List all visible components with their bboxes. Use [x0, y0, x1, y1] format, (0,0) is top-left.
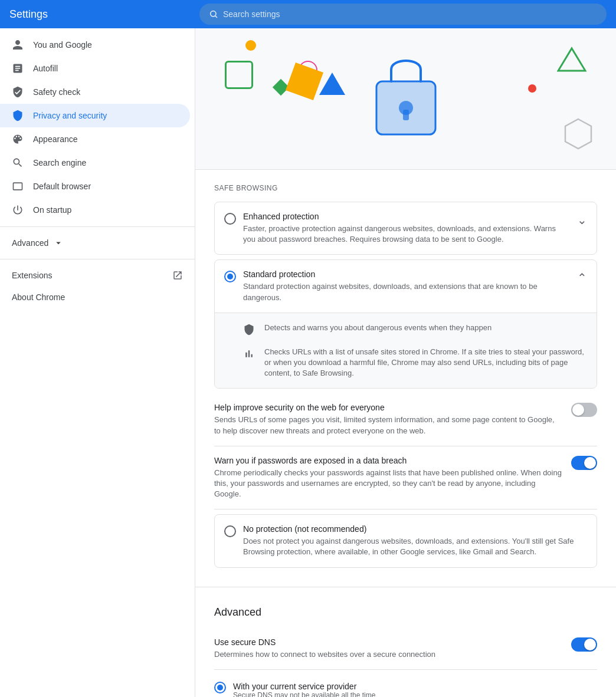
enhanced-option-desc: Faster, proactive protection against dan… [243, 223, 570, 245]
standard-protection-option: Standard protection Standard protection … [214, 259, 597, 389]
sidebar-item-autofill[interactable]: Autofill [0, 57, 190, 80]
no-protection-option: No protection (not recommended) Does not… [214, 514, 597, 567]
green-triangle-outline-shape [557, 46, 586, 75]
standard-expanded-content: Detects and warns you about dangerous ev… [215, 313, 597, 389]
standard-option-text: Standard protection Standard protection … [243, 269, 570, 303]
svg-line-1 [215, 16, 217, 18]
dns-section: Use secure DNS Determines how to connect… [214, 628, 597, 697]
dns-current-text: With your current service provider Secur… [233, 682, 597, 697]
help-improve-desc: Sends URLs of some pages you visit, limi… [214, 415, 562, 436]
no-protection-header[interactable]: No protection (not recommended) Does not… [215, 515, 597, 567]
hero-section [195, 28, 616, 170]
warn-passwords-desc: Chrome periodically checks your password… [214, 468, 562, 500]
dns-current-radio[interactable] [214, 682, 226, 693]
main-layout: You and Google Autofill Safety check Pri… [0, 28, 616, 697]
expanded-item-2: Checks URLs with a list of unsafe sites … [243, 347, 587, 379]
web-icon [12, 180, 24, 192]
chevron-down-icon-enhanced: ⌄ [577, 213, 587, 227]
dns-current-provider-option[interactable]: With your current service provider Secur… [214, 677, 597, 697]
sidebar-extensions[interactable]: Extensions [0, 264, 195, 287]
shield-check-icon [12, 86, 24, 98]
sidebar-divider [0, 226, 195, 227]
dns-current-desc: Secure DNS may not be available all the … [233, 691, 597, 697]
sidebar-item-label: Appearance [33, 134, 78, 144]
sidebar-item-label: You and Google [33, 40, 92, 50]
standard-option-title: Standard protection [243, 269, 570, 279]
lock-icon-main [371, 46, 441, 140]
yellow-circle-shape [245, 40, 256, 51]
person-icon [12, 39, 24, 51]
chevron-down-icon [53, 238, 64, 248]
sidebar-item-privacy-and-security[interactable]: Privacy and security [0, 104, 190, 127]
toggle-knob-2 [584, 457, 596, 469]
dns-desc: Determines how to connect to websites ov… [214, 649, 562, 660]
advanced-section-label: Advanced [214, 601, 597, 619]
svg-point-0 [211, 11, 216, 17]
chevron-up-icon-standard: ⌃ [577, 271, 587, 285]
about-label: About Chrome [12, 292, 65, 302]
enhanced-protection-header[interactable]: Enhanced protection Faster, proactive pr… [215, 202, 597, 254]
toggle-knob-3 [584, 639, 596, 650]
warn-passwords-text: Warn you if passwords are exposed in a d… [214, 456, 562, 500]
red-dot-shape [528, 84, 536, 93]
advanced-label: Advanced [12, 238, 48, 248]
expanded-item-text-2: Checks URLs with a list of unsafe sites … [264, 347, 587, 379]
enhanced-radio[interactable] [224, 213, 236, 225]
warn-passwords-row: Warn you if passwords are exposed in a d… [214, 446, 597, 510]
power-icon [12, 204, 24, 216]
standard-radio[interactable] [224, 271, 236, 282]
help-improve-text: Help improve security on the web for eve… [214, 403, 562, 436]
enhanced-option-title: Enhanced protection [243, 212, 570, 221]
expanded-item-text-1: Detects and warns you about dangerous ev… [264, 323, 492, 333]
warn-passwords-toggle[interactable] [571, 456, 597, 470]
sidebar-item-default-browser[interactable]: Default browser [0, 175, 190, 198]
shield-small-icon [243, 324, 255, 337]
advanced-section: Advanced Use secure DNS Determines how t… [195, 587, 616, 697]
dns-current-title: With your current service provider [233, 682, 597, 691]
sidebar-item-label: Search engine [33, 158, 86, 167]
no-protection-option-desc: Does not protect you against dangerous w… [243, 536, 587, 557]
search-input[interactable] [223, 9, 597, 19]
help-improve-toggle[interactable] [571, 403, 597, 417]
sidebar-item-appearance[interactable]: Appearance [0, 127, 190, 151]
svg-marker-6 [558, 48, 585, 71]
dns-title: Use secure DNS [214, 637, 562, 647]
sidebar-item-you-and-google[interactable]: You and Google [0, 33, 190, 57]
palette-icon [12, 133, 24, 145]
no-protection-option-title: No protection (not recommended) [243, 524, 587, 534]
sidebar-about[interactable]: About Chrome [0, 287, 195, 308]
blue-triangle-shape [319, 73, 345, 95]
toggle-knob [572, 404, 584, 416]
sidebar-item-safety-check[interactable]: Safety check [0, 80, 190, 104]
sidebar-item-label: Autofill [33, 64, 58, 73]
dns-setting-row: Use secure DNS Determines how to connect… [214, 628, 597, 670]
sidebar-item-on-startup[interactable]: On startup [0, 198, 190, 222]
standard-protection-header[interactable]: Standard protection Standard protection … [215, 260, 597, 312]
enhanced-option-text: Enhanced protection Faster, proactive pr… [243, 212, 570, 245]
external-link-icon [172, 270, 183, 281]
topbar: Settings [0, 0, 616, 28]
safe-browsing-section: Safe Browsing Enhanced protection Faster… [195, 170, 616, 587]
settings-title: Settings [9, 8, 192, 21]
safe-browsing-label: Safe Browsing [214, 184, 597, 192]
svg-rect-5 [403, 110, 409, 120]
dns-radio-group: With your current service provider Secur… [214, 677, 597, 697]
dns-text: Use secure DNS Determines how to connect… [214, 637, 562, 660]
sidebar-item-search-engine[interactable]: Search engine [0, 151, 190, 175]
sidebar-item-label: Safety check [33, 87, 80, 97]
expanded-item-1: Detects and warns you about dangerous ev… [243, 323, 587, 337]
article-icon [12, 63, 24, 74]
security-icon [12, 110, 24, 121]
dns-toggle[interactable] [571, 637, 597, 652]
hexagon-shape [564, 118, 592, 152]
search-icon [12, 157, 24, 169]
green-square-shape [225, 61, 253, 89]
enhanced-protection-option: Enhanced protection Faster, proactive pr… [214, 202, 597, 255]
sidebar-advanced[interactable]: Advanced [0, 232, 195, 254]
sidebar: You and Google Autofill Safety check Pri… [0, 28, 195, 697]
warn-passwords-title: Warn you if passwords are exposed in a d… [214, 456, 562, 465]
no-protection-radio[interactable] [224, 525, 236, 537]
bar-chart-icon [243, 348, 255, 361]
sidebar-item-label: Privacy and security [33, 111, 107, 120]
search-bar[interactable] [199, 4, 607, 25]
